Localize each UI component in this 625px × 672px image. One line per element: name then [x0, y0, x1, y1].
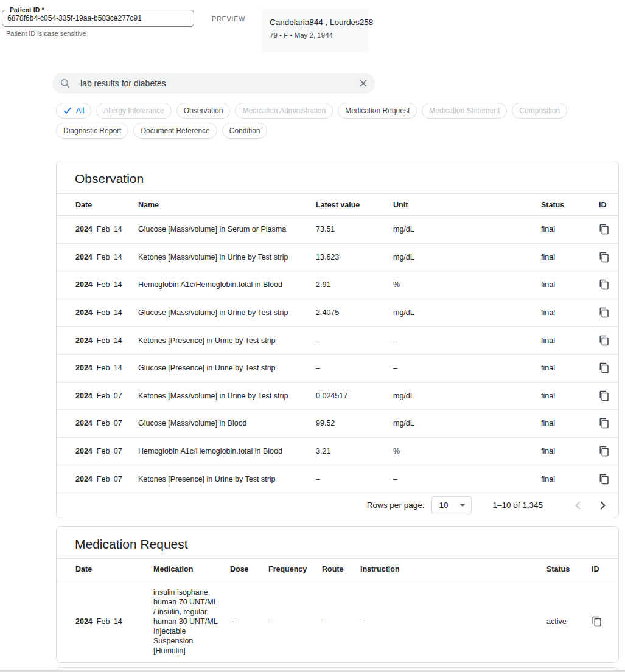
caret-down-icon	[459, 504, 466, 507]
filter-chip-medication-statement: Medication Statement	[422, 103, 507, 119]
observation-pagination: Rows per page: 10 1–10 of 1,345	[57, 493, 618, 518]
date-year: 2024	[75, 475, 93, 483]
column-header-id: ID	[599, 201, 618, 209]
copy-id-button[interactable]	[599, 418, 610, 429]
name-cell: Hemoglobin A1c/Hemoglobin.total in Blood	[138, 447, 316, 456]
latest-value-cell: 2.91	[316, 280, 393, 289]
unit-cell: mg/dL	[393, 253, 541, 262]
name-cell: Glucose [Mass/volume] in Serum or Plasma	[138, 225, 316, 234]
date-year: 2024	[75, 419, 93, 428]
name-cell: Ketones [Presence] in Urine by Test stri…	[138, 336, 316, 345]
copy-id-button[interactable]	[599, 224, 610, 235]
filter-chip-label: Medication Request	[345, 106, 410, 115]
patient-id-field[interactable]: Patient ID *	[2, 10, 194, 27]
filter-chip-medication-request[interactable]: Medication Request	[338, 103, 417, 119]
id-cell	[599, 390, 618, 401]
date-month-day: Feb 14	[97, 253, 122, 262]
filter-chip-observation[interactable]: Observation	[176, 103, 231, 119]
copy-id-button[interactable]	[599, 390, 610, 401]
id-cell	[599, 252, 618, 263]
latest-value-cell: 0.024517	[316, 392, 393, 400]
copy-id-button[interactable]	[599, 307, 610, 318]
filter-chip-label: All	[76, 106, 84, 115]
id-cell	[599, 307, 618, 318]
column-header-status: Status	[541, 201, 599, 209]
unit-cell: –	[393, 364, 541, 372]
date-month-day: Feb 14	[97, 280, 122, 289]
date-month-day: Feb 14	[97, 308, 122, 317]
copy-id-button[interactable]	[599, 252, 610, 263]
copy-icon	[599, 335, 610, 346]
copy-icon	[599, 474, 610, 485]
filter-chip-label: Medication Statement	[429, 106, 500, 115]
date-cell: 2024Feb 14	[75, 253, 138, 262]
date-year: 2024	[75, 225, 93, 234]
next-page-button[interactable]	[595, 498, 610, 513]
id-cell	[599, 418, 618, 429]
filter-chip-label: Diagnostic Report	[63, 126, 121, 135]
medication-request-card: Medication Request Date Medication Dose …	[56, 526, 619, 663]
unit-cell: %	[393, 447, 541, 456]
patient-demographics: 79 • F • May 2, 1944	[270, 32, 360, 39]
instruction-cell: –	[360, 617, 546, 626]
copy-id-button[interactable]	[599, 446, 610, 457]
medication-name: insulin isophane, human 70 UNT/ML / insu…	[153, 587, 218, 656]
copy-icon	[599, 224, 610, 235]
observation-table-row: 2024Feb 14 Glucose [Mass/volume] in Seru…	[57, 216, 618, 244]
date-cell: 2024Feb 14	[75, 617, 153, 626]
dose-cell: –	[230, 617, 268, 626]
unit-cell: mg/dL	[393, 225, 541, 234]
latest-value-cell: –	[316, 475, 393, 483]
latest-value-cell: 3.21	[316, 447, 393, 456]
status-cell: final	[541, 280, 599, 289]
unit-cell: %	[393, 280, 541, 289]
latest-value-cell: –	[316, 336, 393, 345]
date-year: 2024	[75, 308, 93, 317]
date-year: 2024	[75, 392, 93, 400]
observation-table-row: 2024Feb 14 Hemoglobin A1c/Hemoglobin.tot…	[57, 271, 618, 299]
observation-card: Observation Date Name Latest value Unit …	[56, 161, 619, 518]
search-input[interactable]	[80, 78, 360, 88]
filter-chip-label: Condition	[229, 126, 260, 135]
copy-id-button[interactable]	[592, 616, 602, 627]
rows-per-page-value: 10	[439, 501, 448, 510]
status-cell: final	[541, 392, 599, 400]
date-year: 2024	[75, 617, 93, 626]
copy-id-button[interactable]	[599, 335, 610, 346]
copy-icon	[599, 362, 610, 373]
status-cell: final	[541, 308, 599, 317]
rows-per-page-select[interactable]: 10	[431, 496, 472, 514]
observation-table-row: 2024Feb 14 Ketones [Presence] in Urine b…	[57, 327, 618, 355]
filter-chip-diagnostic-report[interactable]: Diagnostic Report	[56, 123, 128, 139]
copy-id-button[interactable]	[599, 279, 610, 290]
column-header-latest-value: Latest value	[316, 201, 393, 209]
patient-id-helper-text: Patient ID is case sensitive	[6, 30, 86, 37]
filter-chip-medication-administration: Medication Administration	[235, 103, 333, 119]
clear-search-button[interactable]	[360, 80, 367, 87]
search-bar[interactable]	[52, 73, 375, 94]
date-cell: 2024Feb 14	[75, 364, 138, 372]
observation-table-row: 2024Feb 14 Glucose [Mass/volume] in Urin…	[57, 299, 618, 327]
id-cell	[599, 335, 618, 346]
column-header-route: Route	[322, 565, 360, 573]
filter-chip-label: Medication Administration	[242, 106, 326, 115]
id-cell	[599, 446, 618, 457]
date-cell: 2024Feb 07	[75, 419, 138, 428]
filter-chip-condition[interactable]: Condition	[222, 123, 268, 139]
filter-chip-document-reference[interactable]: Document Reference	[133, 123, 217, 139]
copy-id-button[interactable]	[599, 362, 610, 373]
date-cell: 2024Feb 14	[75, 308, 138, 317]
frequency-cell: –	[268, 617, 322, 626]
copy-id-button[interactable]	[599, 474, 610, 485]
bottom-edge	[0, 670, 625, 672]
observation-table-row: 2024Feb 07 Glucose [Mass/volume] in Bloo…	[57, 410, 618, 438]
column-header-medication: Medication	[153, 565, 230, 573]
medication-cell: insulin isophane, human 70 UNT/ML / insu…	[153, 587, 230, 656]
name-cell: Hemoglobin A1c/Hemoglobin.total in Blood	[138, 280, 316, 289]
filter-chip-all[interactable]: All	[56, 103, 91, 119]
date-month-day: Feb 14	[97, 617, 122, 626]
id-cell	[592, 616, 618, 627]
date-cell: 2024Feb 07	[75, 475, 138, 483]
unit-cell: mg/dL	[393, 308, 541, 317]
status-cell: final	[541, 447, 599, 456]
